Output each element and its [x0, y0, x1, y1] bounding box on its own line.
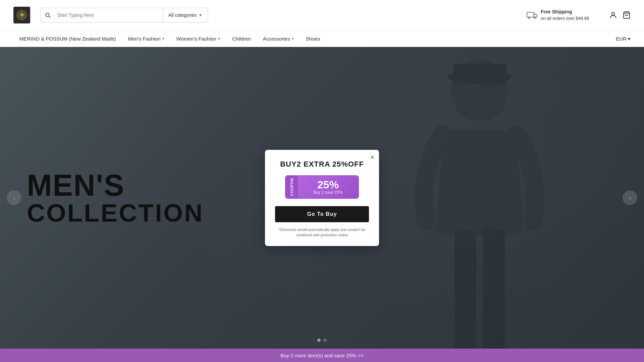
coupon: COUPON 25% Buy 2 save 25%	[285, 175, 359, 199]
womens-fashion-chevron-icon: ▾	[218, 37, 220, 41]
chevron-down-icon: ▼	[199, 13, 202, 17]
mens-fashion-chevron-icon: ▾	[162, 37, 164, 41]
header-icons	[609, 11, 631, 19]
search-bar: All categories ▼	[40, 8, 208, 22]
coupon-percent: 25%	[317, 179, 339, 190]
currency-selector[interactable]: EUR ▾	[616, 36, 631, 42]
coupon-modal: × BUY2 EXTRA 25%OFF COUPON 25% Buy 2 sav…	[265, 150, 379, 246]
svg-text:✦: ✦	[19, 11, 25, 19]
truck-icon	[527, 10, 537, 20]
accessories-chevron-icon: ▾	[292, 37, 294, 41]
svg-point-5	[528, 17, 530, 18]
coupon-value: 25% Buy 2 save 25%	[298, 176, 358, 198]
header: ✦ All categories ▼ Free Shipping	[0, 0, 644, 30]
nav-item-womens-fashion[interactable]: Women's Fashion ▾	[170, 31, 226, 47]
nav-item-merino[interactable]: MERINO & POSSUM (New Zealand Made)	[13, 31, 122, 47]
free-shipping-text: Free Shipping on all orders over $49.99	[541, 9, 589, 21]
navigation: MERINO & POSSUM (New Zealand Made) Men's…	[0, 30, 644, 47]
user-icon-button[interactable]	[609, 11, 617, 19]
all-categories-button[interactable]: All categories ▼	[163, 8, 208, 22]
modal-footnote: *Discounts would automatically apply and…	[275, 227, 369, 238]
modal-overlay[interactable]: × BUY2 EXTRA 25%OFF COUPON 25% Buy 2 sav…	[0, 47, 644, 349]
free-shipping-info: Free Shipping on all orders over $49.99	[527, 9, 589, 21]
hero-section: MEN'S COLLECTION ‹ › × BUY2 EXTRA 25%OFF…	[0, 47, 644, 349]
nav-item-children[interactable]: Children	[226, 31, 257, 47]
logo[interactable]: ✦	[13, 7, 30, 23]
coupon-label: COUPON	[286, 176, 298, 198]
modal-title: BUY2 EXTRA 25%OFF	[275, 160, 369, 169]
nav-item-accessories[interactable]: Accessories ▾	[257, 31, 300, 47]
coupon-subtitle: Buy 2 save 25%	[314, 190, 343, 195]
svg-rect-4	[527, 12, 534, 17]
cart-icon-button[interactable]	[623, 11, 631, 19]
nav-item-shoes[interactable]: Shoes	[300, 31, 326, 47]
modal-close-button[interactable]: ×	[370, 154, 374, 161]
go-to-buy-button[interactable]: Go To Buy	[275, 206, 369, 222]
bottom-banner[interactable]: Buy 2 more item(s) and save 25% >>	[0, 349, 644, 362]
search-input[interactable]	[55, 8, 163, 22]
logo-area[interactable]: ✦	[13, 7, 30, 23]
nav-item-mens-fashion[interactable]: Men's Fashion ▾	[122, 31, 170, 47]
svg-point-7	[612, 12, 614, 15]
currency-chevron-icon: ▾	[628, 36, 631, 42]
svg-line-3	[49, 16, 50, 17]
nav-right: EUR ▾	[616, 36, 631, 42]
search-icon	[41, 12, 55, 18]
svg-point-6	[534, 17, 536, 18]
coupon-wrap: COUPON 25% Buy 2 save 25%	[275, 175, 369, 199]
